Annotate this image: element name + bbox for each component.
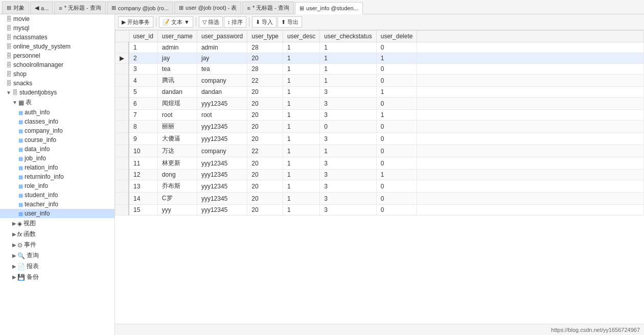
cell-user_name[interactable]: 闻煜瑶	[157, 98, 197, 110]
cell-user_delete[interactable]: 0	[376, 64, 417, 75]
cell-user_password[interactable]: yyy12345	[197, 180, 247, 193]
col-header-user-checkstatus[interactable]: user_checkstatus	[320, 31, 376, 42]
cell-user_desc[interactable]: 1	[283, 205, 319, 216]
sidebar-item-job-info[interactable]: ▦ job_info	[0, 154, 114, 163]
sidebar-item-shop[interactable]: 🗄 shop	[0, 69, 114, 79]
cell-user_checkstatus[interactable]: 3	[320, 87, 376, 98]
cell-user_password[interactable]: yyy12345	[197, 98, 247, 110]
tab-user-info-student[interactable]: ⊞ user_info @studen...	[295, 2, 363, 14]
cell-user_password[interactable]: yyy12345	[197, 193, 247, 205]
cell-user_delete[interactable]: 1	[376, 87, 417, 98]
cell-user_checkstatus[interactable]: 3	[320, 133, 376, 145]
table-row[interactable]: 1adminadmin28110	[116, 42, 644, 53]
cell-user_name[interactable]: C罗	[157, 193, 197, 205]
cell-user_id[interactable]: 13	[129, 180, 157, 193]
cell-user_checkstatus[interactable]: 3	[320, 157, 376, 170]
cell-user_checkstatus[interactable]: 3	[320, 205, 376, 216]
cell-user_password[interactable]: tea	[197, 64, 247, 75]
cell-user_delete[interactable]: 1	[376, 110, 417, 121]
sidebar-item-snacks[interactable]: 🗄 snacks	[0, 79, 114, 88]
col-header-user-type[interactable]: user_type	[247, 31, 283, 42]
tab-untitled-query2[interactable]: ≡ * 无标题 - 查询	[242, 2, 294, 14]
cell-user_type[interactable]: 20	[247, 53, 283, 64]
sidebar-item-student-info[interactable]: ▦ student_info	[0, 190, 114, 200]
cell-user_name[interactable]: 丽丽	[157, 121, 197, 133]
tab-a-query[interactable]: ◀ a...	[30, 2, 53, 14]
cell-user_checkstatus[interactable]: 1	[320, 75, 376, 87]
cell-user_checkstatus[interactable]: 3	[320, 193, 376, 205]
sidebar-group-tables[interactable]: ▼ ▦ 表	[0, 97, 114, 108]
sidebar-item-online-study[interactable]: 🗄 online_study_system	[0, 42, 114, 51]
sidebar-item-schoolroll[interactable]: 🗄 schoolrollmanager	[0, 60, 114, 69]
cell-user_name[interactable]: dong	[157, 170, 197, 180]
cell-user_password[interactable]: yyy12345	[197, 157, 247, 170]
export-button[interactable]: ⬆ 导出	[278, 16, 302, 28]
table-row[interactable]: 10万达company22110	[116, 145, 644, 157]
tab-duixiang[interactable]: ⊞ 对象	[2, 2, 29, 14]
sidebar-item-data-info[interactable]: ▦ data_info	[0, 145, 114, 154]
sort-button[interactable]: ↕ 排序	[224, 16, 247, 28]
sidebar-group-queries[interactable]: ▶ 🔍 查询	[0, 250, 114, 261]
table-row[interactable]: 7rootroot20131	[116, 110, 644, 121]
cell-user_type[interactable]: 20	[247, 98, 283, 110]
cell-user_password[interactable]: dandan	[197, 87, 247, 98]
cell-user_checkstatus[interactable]: 1	[320, 53, 376, 64]
cell-user_name[interactable]: root	[157, 110, 197, 121]
cell-user_desc[interactable]: 1	[283, 64, 319, 75]
cell-user_name[interactable]: admin	[157, 42, 197, 53]
cell-user_desc[interactable]: 1	[283, 121, 319, 133]
table-row[interactable]: 13乔布斯yyy1234520130	[116, 180, 644, 193]
sidebar-item-movie[interactable]: 🗄 movie	[0, 14, 114, 23]
cell-user_password[interactable]: yyy12345	[197, 121, 247, 133]
sidebar-item-classes-info[interactable]: ▦ classes_info	[0, 117, 114, 126]
cell-user_delete[interactable]: 0	[376, 180, 417, 193]
cell-user_id[interactable]: 10	[129, 145, 157, 157]
cell-user_type[interactable]: 28	[247, 64, 283, 75]
cell-user_password[interactable]: yyy12345	[197, 170, 247, 180]
cell-user_password[interactable]: yyy12345	[197, 205, 247, 216]
table-row[interactable]: 8丽丽yyy1234520100	[116, 121, 644, 133]
cell-user_delete[interactable]: 0	[376, 75, 417, 87]
cell-user_id[interactable]: 6	[129, 98, 157, 110]
table-row[interactable]: 15yyyyyy1234520130	[116, 205, 644, 216]
cell-user_checkstatus[interactable]: 1	[320, 64, 376, 75]
cell-user_password[interactable]: root	[197, 110, 247, 121]
cell-user_desc[interactable]: 1	[283, 133, 319, 145]
cell-user_desc[interactable]: 1	[283, 145, 319, 157]
cell-user_type[interactable]: 20	[247, 121, 283, 133]
cell-user_type[interactable]: 20	[247, 110, 283, 121]
cell-user_delete[interactable]: 0	[376, 193, 417, 205]
filter-button[interactable]: ▽ 筛选	[199, 16, 223, 28]
sidebar-item-course-info[interactable]: ▦ course_info	[0, 135, 114, 145]
col-header-user-password[interactable]: user_password	[197, 31, 247, 42]
sidebar-item-user-info[interactable]: ▦ user_info	[0, 209, 114, 218]
cell-user_checkstatus[interactable]: 3	[320, 98, 376, 110]
sidebar-item-auth-info[interactable]: ▦ auth_info	[0, 108, 114, 117]
cell-user_name[interactable]: 大傻逼	[157, 133, 197, 145]
cell-user_id[interactable]: 3	[129, 64, 157, 75]
start-transaction-button[interactable]: ▶ 开始事务	[118, 16, 153, 28]
cell-user_type[interactable]: 28	[247, 42, 283, 53]
cell-user_desc[interactable]: 1	[283, 42, 319, 53]
sidebar-group-reports[interactable]: ▶ 📄 报表	[0, 261, 114, 272]
cell-user_delete[interactable]: 1	[376, 53, 417, 64]
cell-user_desc[interactable]: 1	[283, 53, 319, 64]
sidebar-item-mysql[interactable]: 🗄 mysql	[0, 23, 114, 33]
cell-user_id[interactable]: 4	[129, 75, 157, 87]
tab-untitled-query1[interactable]: ≡ * 无标题 - 查询	[54, 2, 106, 14]
cell-user_delete[interactable]: 0	[376, 42, 417, 53]
cell-user_delete[interactable]: 0	[376, 205, 417, 216]
cell-user_checkstatus[interactable]: 3	[320, 180, 376, 193]
cell-user_type[interactable]: 20	[247, 193, 283, 205]
cell-user_desc[interactable]: 1	[283, 157, 319, 170]
cell-user_type[interactable]: 20	[247, 87, 283, 98]
cell-user_delete[interactable]: 0	[376, 133, 417, 145]
cell-user_id[interactable]: 11	[129, 157, 157, 170]
cell-user_desc[interactable]: 1	[283, 98, 319, 110]
cell-user_delete[interactable]: 0	[376, 121, 417, 133]
cell-user_type[interactable]: 20	[247, 133, 283, 145]
cell-user_delete[interactable]: 0	[376, 145, 417, 157]
cell-user_password[interactable]: company	[197, 145, 247, 157]
sidebar-item-nclassmates[interactable]: 🗄 nclassmates	[0, 33, 114, 42]
cell-user_name[interactable]: jay	[157, 53, 197, 64]
